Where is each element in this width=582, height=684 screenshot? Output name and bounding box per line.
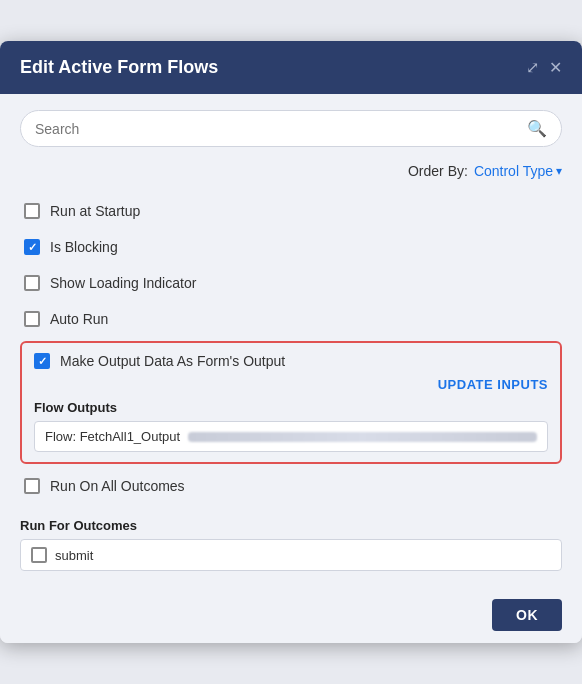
flow-output-blur xyxy=(188,432,537,442)
checkbox-is-blocking[interactable] xyxy=(24,239,40,255)
highlighted-header: Make Output Data As Form's Output xyxy=(34,353,548,369)
outcomes-field: submit xyxy=(20,539,562,571)
modal-title: Edit Active Form Flows xyxy=(20,57,218,78)
search-icon: 🔍 xyxy=(527,119,547,138)
checkbox-run-at-startup[interactable] xyxy=(24,203,40,219)
option-row-run-on-all: Run On All Outcomes xyxy=(20,468,562,504)
flow-output-field: Flow: FetchAll1_Output xyxy=(34,421,548,452)
flow-output-text: Flow: FetchAll1_Output xyxy=(45,429,180,444)
order-by-value[interactable]: Control Type ▾ xyxy=(474,163,562,179)
submit-outcome-text: submit xyxy=(55,548,93,563)
option-label-auto-run: Auto Run xyxy=(50,311,108,327)
update-inputs-row: UPDATE INPUTS xyxy=(34,377,548,392)
header-icons: ⤢ ✕ xyxy=(526,60,562,76)
option-label-is-blocking: Is Blocking xyxy=(50,239,118,255)
flow-outputs-label: Flow Outputs xyxy=(34,400,548,415)
update-inputs-button[interactable]: UPDATE INPUTS xyxy=(438,377,548,392)
close-icon[interactable]: ✕ xyxy=(549,60,562,76)
option-row-auto-run: Auto Run xyxy=(20,301,562,337)
expand-icon[interactable]: ⤢ xyxy=(526,60,539,76)
checkbox-show-loading[interactable] xyxy=(24,275,40,291)
checkbox-auto-run[interactable] xyxy=(24,311,40,327)
ok-button[interactable]: OK xyxy=(492,599,562,631)
search-input[interactable] xyxy=(35,121,527,137)
option-row-is-blocking: Is Blocking xyxy=(20,229,562,265)
modal-container: Edit Active Form Flows ⤢ ✕ 🔍 Order By: C… xyxy=(0,41,582,643)
modal-footer: OK xyxy=(0,587,582,643)
checkbox-submit[interactable] xyxy=(31,547,47,563)
option-label-make-output: Make Output Data As Form's Output xyxy=(60,353,285,369)
option-row-run-at-startup: Run at Startup xyxy=(20,193,562,229)
option-label-run-on-all: Run On All Outcomes xyxy=(50,478,185,494)
checkbox-run-on-all[interactable] xyxy=(24,478,40,494)
order-by-label: Order By: xyxy=(408,163,468,179)
order-by-value-text: Control Type xyxy=(474,163,553,179)
modal-body: 🔍 Order By: Control Type ▾ Run at Startu… xyxy=(0,94,582,587)
modal-header: Edit Active Form Flows ⤢ ✕ xyxy=(0,41,582,94)
highlighted-section: Make Output Data As Form's Output UPDATE… xyxy=(20,341,562,464)
options-list: Run at Startup Is Blocking Show Loading … xyxy=(20,193,562,571)
option-label-show-loading: Show Loading Indicator xyxy=(50,275,196,291)
chevron-down-icon: ▾ xyxy=(556,164,562,178)
order-by-row: Order By: Control Type ▾ xyxy=(20,163,562,179)
run-for-outcomes-section: Run For Outcomes submit xyxy=(20,508,562,571)
run-for-outcomes-label: Run For Outcomes xyxy=(20,518,562,533)
search-bar: 🔍 xyxy=(20,110,562,147)
option-row-show-loading: Show Loading Indicator xyxy=(20,265,562,301)
option-label-run-at-startup: Run at Startup xyxy=(50,203,140,219)
checkbox-make-output[interactable] xyxy=(34,353,50,369)
